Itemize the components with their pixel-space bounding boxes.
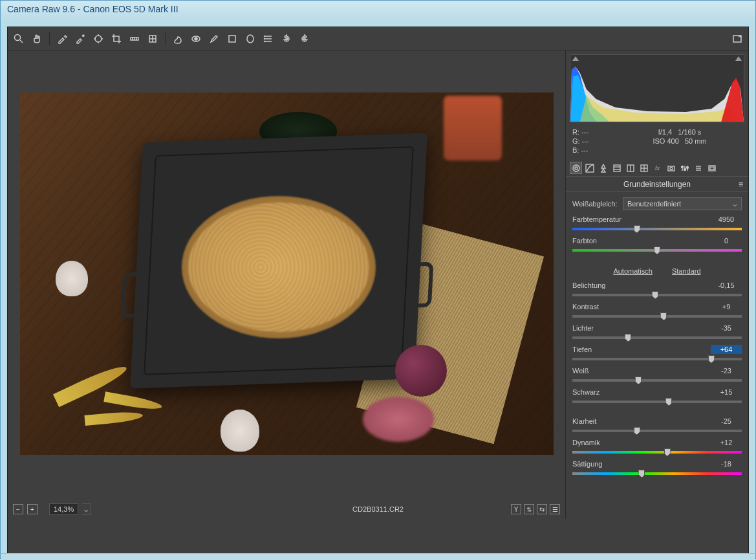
slider-value[interactable]: 0 (711, 236, 742, 245)
target-adjust-icon[interactable] (91, 32, 105, 46)
slider-value[interactable]: -0,15 (711, 281, 742, 290)
svg-rect-17 (229, 36, 235, 42)
straighten-icon[interactable] (127, 32, 142, 46)
svg-point-42 (681, 166, 683, 168)
highlight-clipping-icon[interactable] (735, 56, 742, 61)
highlight-clip-toggle[interactable]: + (27, 504, 38, 514)
slider-Farbtemperatur: Farbtemperatur 4950 (572, 214, 742, 233)
crop-icon[interactable] (109, 32, 124, 46)
fullscreen-icon[interactable] (730, 32, 744, 46)
slider-label: Dynamik (572, 439, 600, 446)
panel-menu-icon[interactable]: ≡ (739, 180, 743, 189)
slider-thumb[interactable] (638, 470, 645, 477)
svg-point-23 (265, 38, 265, 39)
slider-value[interactable]: +9 (711, 302, 742, 311)
titlebar: Camera Raw 9.6 - Canon EOS 5D Mark III (1, 1, 755, 20)
default-link[interactable]: Standard (672, 267, 701, 275)
slider-thumb[interactable] (625, 334, 631, 342)
slider-Weiß: Weiß -23 (572, 366, 742, 384)
shadow-clip-toggle[interactable]: − (13, 504, 23, 514)
preview-status-bar: − + 14,3% ⌵ CD2B0311.CR2 Y ⇅ ⇆ ☰ (12, 499, 561, 519)
slider-track[interactable] (572, 470, 742, 477)
zoom-level[interactable]: 14,3% (49, 503, 78, 515)
slider-value[interactable]: 4950 (711, 215, 742, 224)
tab-lens-icon[interactable] (638, 162, 650, 174)
radial-filter-icon[interactable] (243, 32, 257, 46)
slider-thumb[interactable] (708, 355, 715, 363)
slider-value[interactable]: -23 (711, 366, 742, 375)
tab-fx-icon[interactable]: fx (651, 162, 664, 174)
preview-area[interactable] (12, 54, 561, 493)
slider-thumb[interactable] (634, 427, 640, 435)
preview-pane: − + 14,3% ⌵ CD2B0311.CR2 Y ⇅ ⇆ ☰ (8, 50, 565, 519)
redeye-icon[interactable] (189, 32, 203, 46)
wb-dropdown[interactable]: Benutzerdefiniert (623, 197, 742, 210)
slider-label: Lichter (572, 324, 594, 332)
tab-curve-icon[interactable] (583, 162, 596, 174)
slider-Sättigung: Sättigung -18 (572, 459, 742, 477)
slider-track[interactable] (572, 355, 742, 363)
slider-thumb[interactable] (634, 225, 640, 233)
eyedropper-icon[interactable] (55, 32, 69, 46)
slider-value[interactable]: +15 (711, 388, 742, 397)
tab-split-icon[interactable] (624, 162, 636, 174)
tab-hsl-icon[interactable] (610, 162, 623, 174)
focal: 50 mm (685, 137, 707, 145)
slider-value[interactable]: +64 (711, 345, 742, 354)
zoom-dropdown-icon[interactable]: ⌵ (82, 503, 91, 515)
slider-thumb[interactable] (665, 398, 672, 406)
app-window: Camera Raw 9.6 - Canon EOS 5D Mark III (0, 0, 756, 559)
slider-value[interactable]: -18 (711, 459, 742, 468)
svg-point-27 (575, 167, 578, 170)
slider-value[interactable]: -35 (711, 323, 742, 333)
grad-filter-icon[interactable] (225, 32, 239, 46)
swap-icon[interactable]: ⇅ (524, 504, 534, 514)
tab-adjust-icon[interactable] (678, 162, 691, 174)
svg-point-22 (265, 36, 265, 36)
shadow-clipping-icon[interactable] (572, 56, 579, 61)
slider-thumb[interactable] (664, 448, 671, 456)
slider-track[interactable] (572, 247, 742, 254)
before-after-icon[interactable]: Y (511, 504, 521, 514)
slider-thumb[interactable] (654, 247, 660, 254)
panel-title: Grundeinstellungen ≡ (566, 177, 748, 192)
preferences-icon[interactable]: ☰ (550, 504, 560, 514)
slider-track[interactable] (572, 448, 742, 456)
top-toolbar (8, 27, 748, 50)
slider-value[interactable]: +12 (711, 438, 742, 447)
slider-track[interactable] (572, 377, 742, 384)
slider-track[interactable] (572, 427, 742, 435)
tab-presets-icon[interactable] (692, 162, 704, 174)
slider-thumb[interactable] (660, 312, 667, 320)
slider-track[interactable] (572, 291, 742, 299)
brush-icon[interactable] (207, 32, 221, 46)
tab-camera-icon[interactable] (665, 162, 677, 174)
slider-Klarheit: Klarheit -25 (572, 416, 742, 435)
svg-rect-25 (733, 36, 741, 42)
slider-track[interactable] (572, 312, 742, 320)
slider-label: Farbtemperatur (572, 215, 621, 223)
slider-track[interactable] (572, 225, 742, 233)
transform-icon[interactable] (146, 32, 160, 46)
hand-tool-icon[interactable] (30, 32, 44, 46)
slider-track[interactable] (572, 398, 742, 406)
slider-Belichtung: Belichtung -0,15 (572, 280, 742, 299)
tab-basic-icon[interactable] (570, 162, 582, 174)
auto-link[interactable]: Automatisch (613, 267, 653, 275)
slider-label: Belichtung (572, 281, 605, 289)
zoom-tool-icon[interactable] (12, 32, 26, 46)
rotate-cw-icon[interactable] (297, 32, 312, 46)
svg-point-26 (573, 165, 579, 171)
copy-settings-icon[interactable]: ⇆ (537, 504, 547, 514)
spot-removal-icon[interactable] (171, 32, 185, 46)
tab-detail-icon[interactable] (597, 162, 609, 174)
presets-list-icon[interactable] (261, 32, 275, 46)
slider-track[interactable] (572, 334, 742, 342)
color-sampler-icon[interactable] (73, 32, 87, 46)
tab-snapshots-icon[interactable] (706, 162, 718, 174)
histogram[interactable] (570, 54, 744, 122)
slider-thumb[interactable] (652, 291, 658, 299)
slider-value[interactable]: -25 (711, 417, 742, 426)
slider-thumb[interactable] (635, 377, 642, 384)
rotate-ccw-icon[interactable] (279, 32, 294, 46)
